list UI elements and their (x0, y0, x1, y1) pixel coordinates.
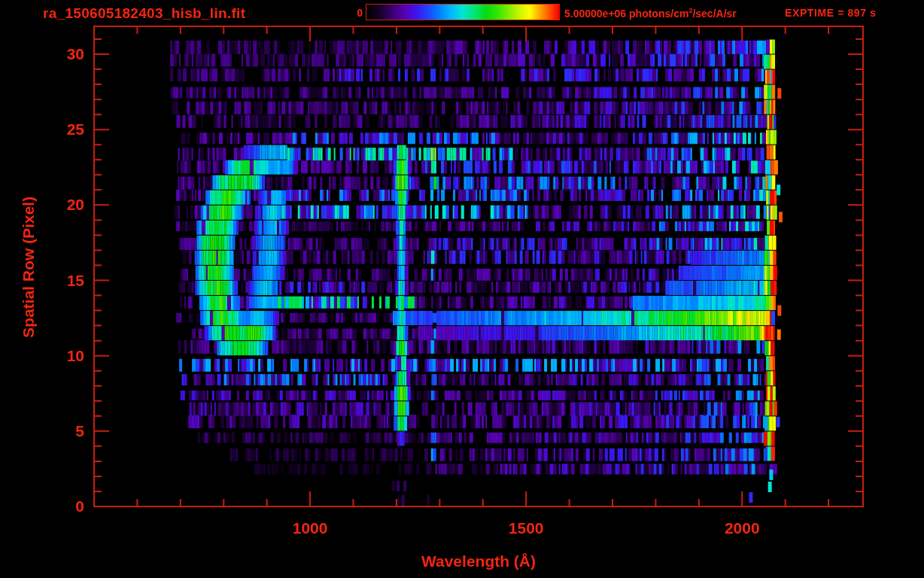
y-tick-label: 15 (42, 272, 84, 289)
spectrogram-canvas (0, 0, 924, 578)
colorbar-max-units-label: 5.00000e+06 photons/cm2/sec/A/sr (564, 7, 737, 20)
file-title: ra_150605182403_hisb_lin.fit (43, 5, 245, 22)
x-tick-label: 2000 (704, 519, 780, 537)
x-tick-label: 1000 (272, 519, 348, 537)
y-tick-label: 25 (42, 121, 84, 138)
colorbar-units-suffix: /sec/A/sr (692, 8, 736, 20)
y-tick-label: 0 (42, 498, 84, 515)
exptime-label: EXPTIME = 897 s (785, 7, 876, 19)
y-tick-label: 10 (42, 348, 84, 364)
x-tick-label: 1500 (488, 519, 564, 537)
y-tick-label: 5 (42, 423, 84, 440)
spectrogram-window: ra_150605182403_hisb_lin.fit 0 5.00000e+… (0, 0, 924, 578)
colorbar (366, 4, 560, 20)
colorbar-min-label: 0 (343, 7, 363, 19)
colorbar-units-prefix: photons/cm (626, 8, 688, 20)
y-tick-label: 20 (42, 196, 84, 213)
colorbar-max-value: 5.00000e+06 (564, 8, 626, 20)
y-axis-title: Spatial Row (Pixel) (20, 154, 38, 380)
y-tick-label: 30 (42, 46, 84, 62)
x-axis-title: Wavelength (Å) (366, 552, 591, 570)
